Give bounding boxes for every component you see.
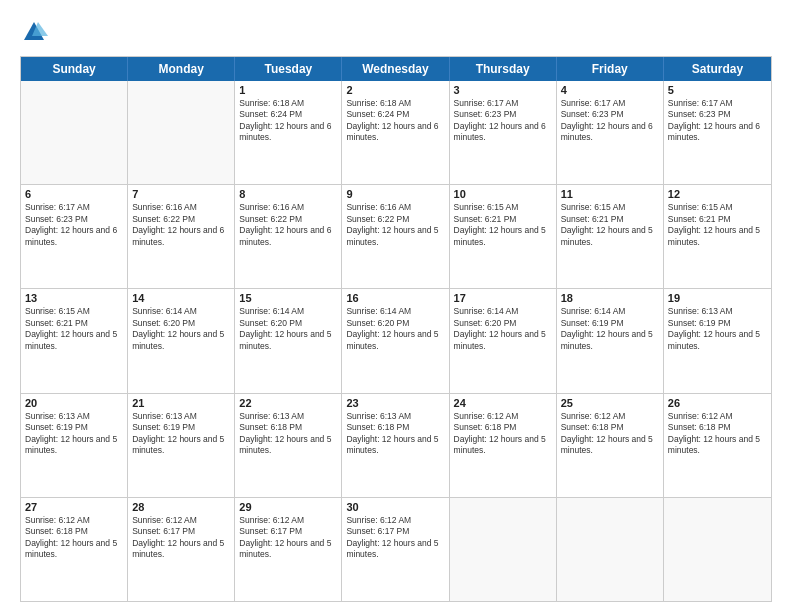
cal-row: 20Sunrise: 6:13 AM Sunset: 6:19 PM Dayli… — [21, 394, 771, 498]
calendar-body: 1Sunrise: 6:18 AM Sunset: 6:24 PM Daylig… — [21, 81, 771, 601]
day-number: 27 — [25, 501, 123, 513]
day-number: 29 — [239, 501, 337, 513]
cell-text: Sunrise: 6:18 AM Sunset: 6:24 PM Dayligh… — [239, 98, 337, 144]
cal-cell: 26Sunrise: 6:12 AM Sunset: 6:18 PM Dayli… — [664, 394, 771, 497]
cell-text: Sunrise: 6:13 AM Sunset: 6:19 PM Dayligh… — [132, 411, 230, 457]
cal-header-cell: Tuesday — [235, 57, 342, 81]
cell-text: Sunrise: 6:12 AM Sunset: 6:18 PM Dayligh… — [25, 515, 123, 561]
cal-cell: 16Sunrise: 6:14 AM Sunset: 6:20 PM Dayli… — [342, 289, 449, 392]
day-number: 18 — [561, 292, 659, 304]
day-number: 14 — [132, 292, 230, 304]
header — [20, 18, 772, 46]
day-number: 15 — [239, 292, 337, 304]
day-number: 1 — [239, 84, 337, 96]
cal-row: 6Sunrise: 6:17 AM Sunset: 6:23 PM Daylig… — [21, 185, 771, 289]
cal-row: 27Sunrise: 6:12 AM Sunset: 6:18 PM Dayli… — [21, 498, 771, 601]
cell-text: Sunrise: 6:13 AM Sunset: 6:19 PM Dayligh… — [25, 411, 123, 457]
day-number: 26 — [668, 397, 767, 409]
cell-text: Sunrise: 6:13 AM Sunset: 6:18 PM Dayligh… — [239, 411, 337, 457]
cell-text: Sunrise: 6:17 AM Sunset: 6:23 PM Dayligh… — [561, 98, 659, 144]
logo — [20, 18, 52, 46]
day-number: 9 — [346, 188, 444, 200]
cal-cell: 22Sunrise: 6:13 AM Sunset: 6:18 PM Dayli… — [235, 394, 342, 497]
cell-text: Sunrise: 6:14 AM Sunset: 6:20 PM Dayligh… — [454, 306, 552, 352]
cal-cell: 10Sunrise: 6:15 AM Sunset: 6:21 PM Dayli… — [450, 185, 557, 288]
cell-text: Sunrise: 6:14 AM Sunset: 6:20 PM Dayligh… — [239, 306, 337, 352]
day-number: 20 — [25, 397, 123, 409]
day-number: 22 — [239, 397, 337, 409]
cell-text: Sunrise: 6:12 AM Sunset: 6:18 PM Dayligh… — [668, 411, 767, 457]
cal-cell: 9Sunrise: 6:16 AM Sunset: 6:22 PM Daylig… — [342, 185, 449, 288]
page: SundayMondayTuesdayWednesdayThursdayFrid… — [0, 0, 792, 612]
cell-text: Sunrise: 6:12 AM Sunset: 6:17 PM Dayligh… — [239, 515, 337, 561]
day-number: 28 — [132, 501, 230, 513]
cal-cell: 30Sunrise: 6:12 AM Sunset: 6:17 PM Dayli… — [342, 498, 449, 601]
cal-cell: 27Sunrise: 6:12 AM Sunset: 6:18 PM Dayli… — [21, 498, 128, 601]
cal-cell: 1Sunrise: 6:18 AM Sunset: 6:24 PM Daylig… — [235, 81, 342, 184]
cal-cell: 12Sunrise: 6:15 AM Sunset: 6:21 PM Dayli… — [664, 185, 771, 288]
cal-cell: 14Sunrise: 6:14 AM Sunset: 6:20 PM Dayli… — [128, 289, 235, 392]
cal-cell: 21Sunrise: 6:13 AM Sunset: 6:19 PM Dayli… — [128, 394, 235, 497]
cal-cell: 23Sunrise: 6:13 AM Sunset: 6:18 PM Dayli… — [342, 394, 449, 497]
day-number: 16 — [346, 292, 444, 304]
cal-cell — [450, 498, 557, 601]
day-number: 19 — [668, 292, 767, 304]
cal-cell: 29Sunrise: 6:12 AM Sunset: 6:17 PM Dayli… — [235, 498, 342, 601]
calendar: SundayMondayTuesdayWednesdayThursdayFrid… — [20, 56, 772, 602]
cal-cell — [557, 498, 664, 601]
cal-header-cell: Monday — [128, 57, 235, 81]
cell-text: Sunrise: 6:12 AM Sunset: 6:18 PM Dayligh… — [561, 411, 659, 457]
logo-icon — [20, 18, 48, 46]
cell-text: Sunrise: 6:13 AM Sunset: 6:18 PM Dayligh… — [346, 411, 444, 457]
cal-cell: 20Sunrise: 6:13 AM Sunset: 6:19 PM Dayli… — [21, 394, 128, 497]
cal-header-cell: Saturday — [664, 57, 771, 81]
cal-header-cell: Thursday — [450, 57, 557, 81]
cal-cell: 6Sunrise: 6:17 AM Sunset: 6:23 PM Daylig… — [21, 185, 128, 288]
cal-cell: 13Sunrise: 6:15 AM Sunset: 6:21 PM Dayli… — [21, 289, 128, 392]
cell-text: Sunrise: 6:17 AM Sunset: 6:23 PM Dayligh… — [25, 202, 123, 248]
cell-text: Sunrise: 6:13 AM Sunset: 6:19 PM Dayligh… — [668, 306, 767, 352]
day-number: 12 — [668, 188, 767, 200]
day-number: 17 — [454, 292, 552, 304]
cell-text: Sunrise: 6:17 AM Sunset: 6:23 PM Dayligh… — [668, 98, 767, 144]
cal-cell: 25Sunrise: 6:12 AM Sunset: 6:18 PM Dayli… — [557, 394, 664, 497]
day-number: 5 — [668, 84, 767, 96]
cal-cell: 17Sunrise: 6:14 AM Sunset: 6:20 PM Dayli… — [450, 289, 557, 392]
day-number: 24 — [454, 397, 552, 409]
cal-cell: 8Sunrise: 6:16 AM Sunset: 6:22 PM Daylig… — [235, 185, 342, 288]
cell-text: Sunrise: 6:15 AM Sunset: 6:21 PM Dayligh… — [668, 202, 767, 248]
day-number: 4 — [561, 84, 659, 96]
cal-cell: 4Sunrise: 6:17 AM Sunset: 6:23 PM Daylig… — [557, 81, 664, 184]
cal-header-cell: Wednesday — [342, 57, 449, 81]
cal-cell: 24Sunrise: 6:12 AM Sunset: 6:18 PM Dayli… — [450, 394, 557, 497]
cal-cell: 18Sunrise: 6:14 AM Sunset: 6:19 PM Dayli… — [557, 289, 664, 392]
cal-cell: 7Sunrise: 6:16 AM Sunset: 6:22 PM Daylig… — [128, 185, 235, 288]
cal-cell: 15Sunrise: 6:14 AM Sunset: 6:20 PM Dayli… — [235, 289, 342, 392]
cell-text: Sunrise: 6:12 AM Sunset: 6:18 PM Dayligh… — [454, 411, 552, 457]
cal-row: 13Sunrise: 6:15 AM Sunset: 6:21 PM Dayli… — [21, 289, 771, 393]
cell-text: Sunrise: 6:14 AM Sunset: 6:20 PM Dayligh… — [132, 306, 230, 352]
cell-text: Sunrise: 6:12 AM Sunset: 6:17 PM Dayligh… — [346, 515, 444, 561]
cal-cell: 2Sunrise: 6:18 AM Sunset: 6:24 PM Daylig… — [342, 81, 449, 184]
cal-header-cell: Sunday — [21, 57, 128, 81]
cell-text: Sunrise: 6:16 AM Sunset: 6:22 PM Dayligh… — [239, 202, 337, 248]
cell-text: Sunrise: 6:16 AM Sunset: 6:22 PM Dayligh… — [346, 202, 444, 248]
cal-cell — [664, 498, 771, 601]
day-number: 25 — [561, 397, 659, 409]
day-number: 2 — [346, 84, 444, 96]
cal-cell: 5Sunrise: 6:17 AM Sunset: 6:23 PM Daylig… — [664, 81, 771, 184]
cell-text: Sunrise: 6:14 AM Sunset: 6:20 PM Dayligh… — [346, 306, 444, 352]
cell-text: Sunrise: 6:14 AM Sunset: 6:19 PM Dayligh… — [561, 306, 659, 352]
day-number: 21 — [132, 397, 230, 409]
cell-text: Sunrise: 6:17 AM Sunset: 6:23 PM Dayligh… — [454, 98, 552, 144]
cal-row: 1Sunrise: 6:18 AM Sunset: 6:24 PM Daylig… — [21, 81, 771, 185]
cell-text: Sunrise: 6:18 AM Sunset: 6:24 PM Dayligh… — [346, 98, 444, 144]
cal-cell: 3Sunrise: 6:17 AM Sunset: 6:23 PM Daylig… — [450, 81, 557, 184]
cal-header-cell: Friday — [557, 57, 664, 81]
calendar-header-row: SundayMondayTuesdayWednesdayThursdayFrid… — [21, 57, 771, 81]
cal-cell: 11Sunrise: 6:15 AM Sunset: 6:21 PM Dayli… — [557, 185, 664, 288]
day-number: 10 — [454, 188, 552, 200]
day-number: 30 — [346, 501, 444, 513]
cal-cell — [128, 81, 235, 184]
day-number: 3 — [454, 84, 552, 96]
